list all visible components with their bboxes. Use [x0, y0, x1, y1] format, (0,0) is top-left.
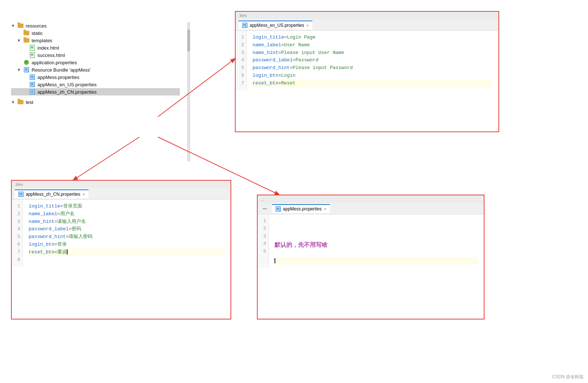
folder-icon: [17, 23, 24, 29]
rb-icon: [29, 82, 36, 87]
tree-label: index.html: [37, 45, 59, 51]
tree-item-test[interactable]: ▼ test: [11, 98, 187, 106]
close-tab-en-us[interactable]: ×: [306, 23, 309, 28]
close-tab-default[interactable]: ×: [324, 207, 326, 211]
panel-zh-cn: .tiles appMess_zh_CN.properties × 123456…: [11, 180, 231, 319]
rb-icon: [29, 89, 36, 95]
panel-tab-default[interactable]: appMess.properties ×: [272, 204, 330, 213]
code-body-default: 12345 默认的，先不用写啥: [258, 214, 484, 268]
line-numbers-default: 12345: [258, 214, 269, 268]
tree-item-resource-bundle[interactable]: ▼ Resource Bundle 'appMess': [11, 66, 187, 73]
panel-title-en-us: .tiles: [236, 12, 498, 19]
code-content-zh-cn[interactable]: login_title=登录页面 name_label=用户名 name_hin…: [23, 200, 231, 267]
gear-icon: [23, 59, 30, 65]
tree-label: appMess_en_US.properties: [37, 82, 97, 87]
line-numbers-zh-cn: 12345678: [12, 200, 23, 267]
expand-arrow[interactable]: ▼: [11, 100, 17, 104]
panel-header-zh-cn: appMess_zh_CN.properties ×: [12, 188, 231, 200]
tab-label-zh-cn: appMess_zh_CN.properties: [26, 192, 80, 197]
folder-icon: [23, 37, 30, 43]
tree-label: appMess_zh_CN.properties: [37, 89, 97, 95]
html-icon: [29, 45, 36, 51]
panel-title-default: ...: [258, 195, 484, 203]
tree-label: success.html: [37, 53, 65, 58]
tab-label-en-us: appMess_en_US.properties: [250, 23, 304, 28]
expand-arrow[interactable]: ▼: [17, 38, 23, 43]
tree-label: Resource Bundle 'appMess': [32, 67, 91, 73]
panel-header-default: — appMess.properties ×: [258, 203, 484, 214]
tree-item-appmess-en-us[interactable]: appMess_en_US.properties: [11, 81, 187, 88]
folder-icon: [17, 99, 24, 105]
panel-tab-en-us[interactable]: appMess_en_US.properties ×: [239, 21, 312, 29]
tab-label-default: appMess.properties: [283, 206, 322, 212]
expand-arrow[interactable]: ▼: [11, 24, 17, 28]
file-tree: ▼ resources static ▼ templates index.htm…: [11, 22, 187, 106]
tree-item-appmess-properties[interactable]: appMess.properties: [11, 73, 187, 81]
tree-label: templates: [32, 38, 52, 43]
tree-label: resources: [26, 23, 47, 29]
scrollbar[interactable]: [187, 22, 190, 162]
tree-item-success-html[interactable]: success.html: [11, 51, 187, 59]
panel-en-us: .tiles appMess_en_US.properties × 123456…: [235, 11, 499, 132]
minimize-button[interactable]: —: [261, 205, 269, 212]
panel-tab-zh-cn[interactable]: appMess_zh_CN.properties ×: [15, 189, 88, 198]
panel-title-zh-cn: .tiles: [12, 181, 231, 188]
folder-icon: [23, 30, 30, 36]
code-body-zh-cn: 12345678 login_title=登录页面 name_label=用户名…: [12, 200, 231, 267]
tree-item-appmess-zh-cn[interactable]: appMess_zh_CN.properties: [11, 88, 180, 95]
tree-item-index-html[interactable]: index.html: [11, 44, 187, 51]
code-content-en-us[interactable]: login_title=Login Page name_label=User N…: [247, 31, 498, 90]
watermark: CSDN @金刚毯: [552, 374, 584, 380]
close-tab-zh-cn[interactable]: ×: [83, 192, 85, 196]
tree-item-resources[interactable]: ▼ resources: [11, 22, 187, 29]
tree-item-templates[interactable]: ▼ templates: [11, 37, 187, 44]
tree-label: static: [32, 30, 43, 36]
expand-arrow[interactable]: ▼: [17, 68, 23, 72]
panel-header-en-us: appMess_en_US.properties ×: [236, 19, 498, 31]
line-numbers-en-us: 1234567: [236, 31, 247, 90]
code-content-default[interactable]: 默认的，先不用写啥: [269, 214, 484, 268]
rb-icon: [29, 74, 36, 80]
tree-item-application-properties[interactable]: application.properties: [11, 59, 187, 66]
html-icon: [29, 52, 36, 58]
tree-label: appMess.properties: [37, 75, 79, 80]
tree-label: test: [26, 100, 33, 105]
panel-default: ... — appMess.properties × 12345 默认的，先不用…: [257, 195, 484, 319]
svg-line-1: [73, 137, 139, 180]
code-body-en-us: 1234567 login_title=Login Page name_labe…: [236, 31, 498, 90]
tree-label: application.properties: [32, 60, 77, 65]
rb-icon: [23, 67, 30, 73]
tree-item-static[interactable]: static: [11, 29, 187, 37]
